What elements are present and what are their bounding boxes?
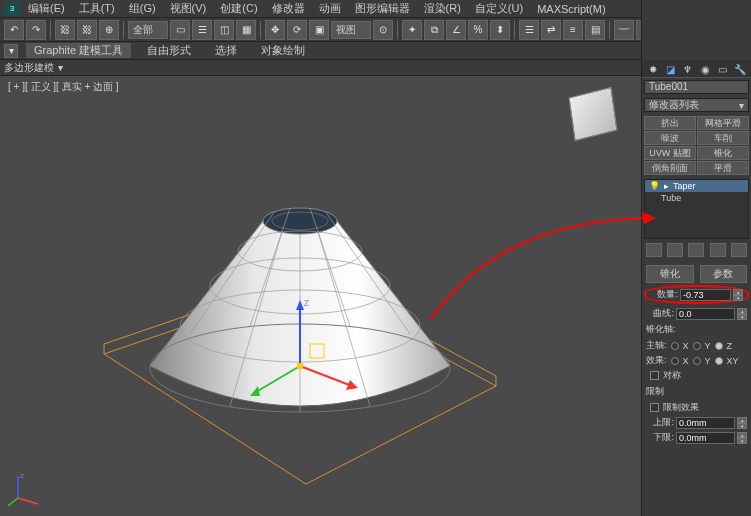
select-region-button[interactable]: ◫ bbox=[214, 20, 234, 40]
named-sets-button[interactable]: ☰ bbox=[519, 20, 539, 40]
angle-snap-button[interactable]: ∠ bbox=[446, 20, 466, 40]
motion-tab-icon[interactable]: ◉ bbox=[698, 62, 712, 76]
remove-mod-button[interactable] bbox=[710, 243, 726, 257]
tab-graphite[interactable]: Graphite 建模工具 bbox=[26, 43, 131, 58]
curve-down-icon[interactable]: ▾ bbox=[737, 314, 747, 320]
bind-button[interactable]: ⊕ bbox=[99, 20, 119, 40]
manipulate-button[interactable]: ✦ bbox=[402, 20, 422, 40]
btn-meshsmooth[interactable]: 网格平滑 bbox=[697, 116, 749, 130]
btn-extrude[interactable]: 挤出 bbox=[644, 116, 696, 130]
move-button[interactable]: ✥ bbox=[265, 20, 285, 40]
modifier-buttons: 挤出 网格平滑 噪波 车削 UVW 贴图 锥化 倒角剖面 平滑 bbox=[642, 114, 751, 177]
menu-graph-editors[interactable]: 图形编辑器 bbox=[349, 1, 416, 16]
layers-button[interactable]: ▤ bbox=[585, 20, 605, 40]
primary-z-radio[interactable] bbox=[715, 342, 723, 350]
unique-button[interactable] bbox=[688, 243, 704, 257]
upper-down-icon[interactable]: ▾ bbox=[737, 423, 747, 429]
upper-spinner[interactable]: 0.0mm bbox=[676, 417, 735, 429]
menu-customize[interactable]: 自定义(U) bbox=[469, 1, 529, 16]
ribbon-panel-label: 多边形建模▾ bbox=[0, 60, 751, 76]
btn-taper[interactable]: 锥化 bbox=[697, 146, 749, 160]
primary-y-radio[interactable] bbox=[693, 342, 701, 350]
ref-coord-dropdown[interactable]: 视图 bbox=[331, 21, 371, 39]
curve-editor-button[interactable]: 〰 bbox=[614, 20, 634, 40]
window-crossing-button[interactable]: ▦ bbox=[236, 20, 256, 40]
btn-smooth[interactable]: 平滑 bbox=[697, 161, 749, 175]
undo-button[interactable]: ↶ bbox=[4, 20, 24, 40]
command-panel: ✸ ◪ ♆ ◉ ▭ 🔧 Tube001 修改器列表▾ 挤出 网格平滑 噪波 车削… bbox=[641, 0, 751, 516]
object-name-field[interactable]: Tube001 bbox=[644, 80, 749, 94]
utilities-tab-icon[interactable]: 🔧 bbox=[733, 62, 747, 76]
menu-edit[interactable]: 编辑(E) bbox=[22, 1, 71, 16]
btn-noise[interactable]: 噪波 bbox=[644, 131, 696, 145]
snap-button[interactable]: ⧉ bbox=[424, 20, 444, 40]
menu-modifiers[interactable]: 修改器 bbox=[266, 1, 311, 16]
primary-x-radio[interactable] bbox=[671, 342, 679, 350]
create-tab-icon[interactable]: ✸ bbox=[646, 62, 660, 76]
spinner-snap-button[interactable]: ⬍ bbox=[490, 20, 510, 40]
display-tab-icon[interactable]: ▭ bbox=[716, 62, 730, 76]
svg-line-26 bbox=[18, 498, 38, 504]
viewport[interactable]: [ + ][ 正义 ][ 真实 + 边面 ] bbox=[0, 76, 641, 516]
link-button[interactable]: ⛓ bbox=[55, 20, 75, 40]
menu-create[interactable]: 创建(C) bbox=[214, 1, 263, 16]
menu-animation[interactable]: 动画 bbox=[313, 1, 347, 16]
btn-uvw[interactable]: UVW 贴图 bbox=[644, 146, 696, 160]
lower-row: 下限: 0.0mm ▴▾ bbox=[642, 430, 751, 445]
bulb-icon[interactable]: 💡 bbox=[649, 181, 660, 191]
pivot-button[interactable]: ⊙ bbox=[373, 20, 393, 40]
pin-stack-button[interactable] bbox=[646, 243, 662, 257]
rotate-button[interactable]: ⟳ bbox=[287, 20, 307, 40]
modifier-list-dropdown[interactable]: 修改器列表▾ bbox=[644, 98, 749, 112]
align-button[interactable]: ≡ bbox=[563, 20, 583, 40]
tab-object-paint[interactable]: 对象绘制 bbox=[253, 43, 313, 58]
menu-group[interactable]: 组(G) bbox=[123, 1, 162, 16]
app-logo-icon[interactable]: 3 bbox=[4, 2, 20, 16]
curve-row: 曲线: 0.0 ▴▾ bbox=[642, 306, 751, 321]
curve-spinner[interactable]: 0.0 bbox=[676, 308, 735, 320]
tab-freeform[interactable]: 自由形式 bbox=[139, 43, 199, 58]
lower-down-icon[interactable]: ▾ bbox=[737, 438, 747, 444]
show-end-button[interactable] bbox=[667, 243, 683, 257]
tab-selection[interactable]: 选择 bbox=[207, 43, 245, 58]
modify-tab-icon[interactable]: ◪ bbox=[663, 62, 677, 76]
viewport-label[interactable]: [ + ][ 正义 ][ 真实 + 边面 ] bbox=[8, 80, 119, 94]
viewport-scene: z bbox=[0, 76, 641, 516]
percent-snap-button[interactable]: % bbox=[468, 20, 488, 40]
svg-text:z: z bbox=[304, 297, 309, 308]
amount-label: 数量: bbox=[650, 288, 678, 301]
modifier-stack[interactable]: 💡 ▸ Taper Tube bbox=[644, 179, 749, 239]
amount-down-icon[interactable]: ▾ bbox=[733, 295, 743, 301]
ribbon-minimize-icon[interactable]: ▾ bbox=[4, 44, 18, 58]
menu-maxscript[interactable]: MAXScript(M) bbox=[531, 3, 611, 15]
configure-button[interactable] bbox=[731, 243, 747, 257]
limit-effect-checkbox[interactable] bbox=[650, 403, 659, 412]
redo-button[interactable]: ↷ bbox=[26, 20, 46, 40]
svg-rect-22 bbox=[297, 363, 303, 369]
svg-text:z: z bbox=[20, 471, 24, 480]
amount-spinner[interactable]: -0.73 bbox=[680, 289, 731, 301]
select-button[interactable]: ▭ bbox=[170, 20, 190, 40]
hierarchy-tab-icon[interactable]: ♆ bbox=[681, 62, 695, 76]
stack-item-tube[interactable]: Tube bbox=[645, 192, 748, 204]
limit-effect-row: 限制效果 bbox=[642, 400, 751, 415]
scale-button[interactable]: ▣ bbox=[309, 20, 329, 40]
menu-rendering[interactable]: 渲染(R) bbox=[418, 1, 467, 16]
btn-lathe[interactable]: 车削 bbox=[697, 131, 749, 145]
select-name-button[interactable]: ☰ bbox=[192, 20, 212, 40]
effect-xy-radio[interactable] bbox=[715, 357, 723, 365]
viewcube[interactable] bbox=[565, 88, 621, 144]
stack-item-taper[interactable]: 💡 ▸ Taper bbox=[645, 180, 748, 192]
mirror-button[interactable]: ⇄ bbox=[541, 20, 561, 40]
lower-spinner[interactable]: 0.0mm bbox=[676, 432, 735, 444]
symmetric-checkbox[interactable] bbox=[650, 371, 659, 380]
btn-bevel[interactable]: 倒角剖面 bbox=[644, 161, 696, 175]
rollout-params-head[interactable]: 参数 bbox=[700, 265, 748, 283]
effect-x-radio[interactable] bbox=[671, 357, 679, 365]
unlink-button[interactable]: ⛓ bbox=[77, 20, 97, 40]
menu-view[interactable]: 视图(V) bbox=[164, 1, 213, 16]
rollout-taper-head[interactable]: 锥化 bbox=[646, 265, 694, 283]
menu-tools[interactable]: 工具(T) bbox=[73, 1, 121, 16]
effect-y-radio[interactable] bbox=[693, 357, 701, 365]
selection-filter-dropdown[interactable]: 全部 bbox=[128, 21, 168, 39]
